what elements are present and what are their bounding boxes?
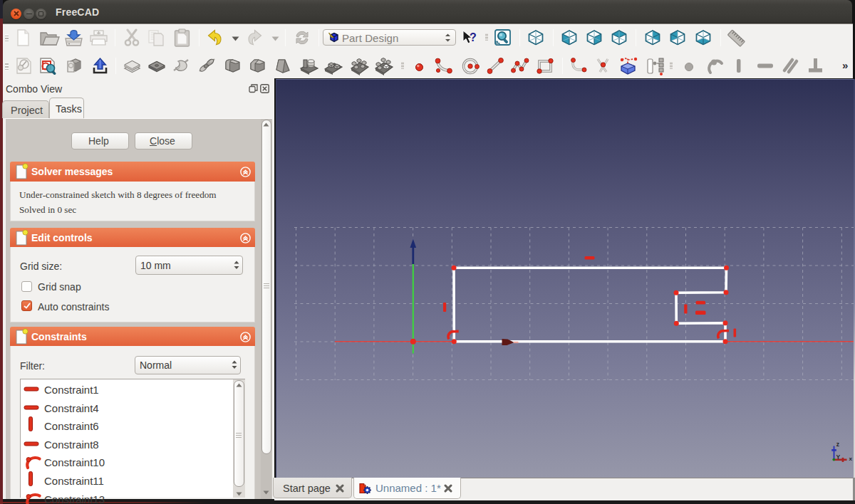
svg-text:Y: Y [836, 453, 841, 461]
svg-text:z: z [836, 441, 839, 448]
svg-text:?: ? [470, 31, 477, 43]
svg-text:x: x [849, 456, 853, 462]
